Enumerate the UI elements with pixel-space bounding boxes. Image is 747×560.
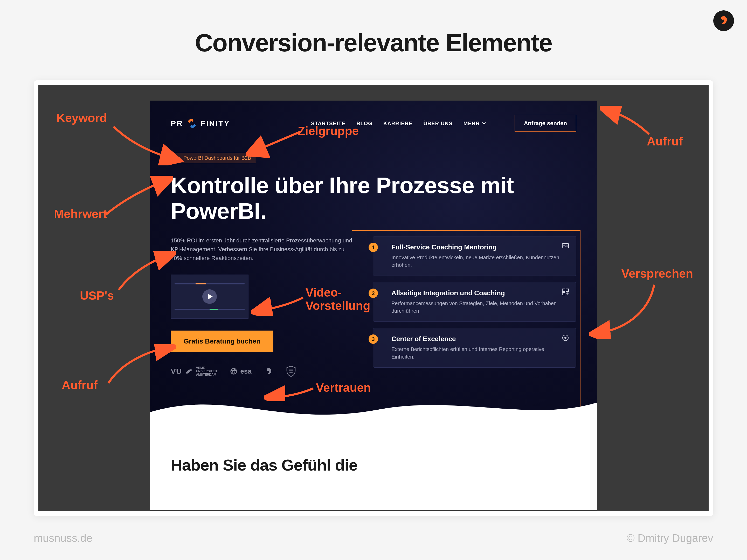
hero-headline: Kontrolle über Ihre Prozesse mit PowerBI… [171, 173, 534, 224]
nav-blog[interactable]: BLOG [356, 121, 372, 127]
feature-title: Allseitige Integration und Coaching [391, 289, 568, 297]
feature-body: Externe Berichtspflichten erfüllen und I… [391, 346, 568, 361]
below-heading: Haben Sie das Gefühl die [171, 456, 576, 474]
arrow-icon [600, 106, 651, 137]
trust-logos: VU VRIJE UNIVERSITEIT AMSTERDAM esa [171, 366, 352, 377]
hero-description: 150% ROI im ersten Jahr durch zentralisi… [171, 236, 352, 263]
feature-card-2[interactable]: 2 Allseitige Integration und Coaching Pe… [373, 282, 576, 322]
nav-start[interactable]: STARTSEITE [311, 121, 345, 127]
feature-body: Innovative Produkte entwickeln, neue Mär… [391, 254, 568, 269]
nav-more-label: MEHR [464, 121, 480, 127]
svg-point-0 [231, 368, 236, 374]
nav-career[interactable]: KARRIERE [383, 121, 412, 127]
feature-body: Performancemessungen von Strategien, Zie… [391, 300, 568, 315]
nav-about[interactable]: ÜBER UNS [423, 121, 452, 127]
brand-badge-icon [713, 10, 734, 31]
logo-nut [264, 367, 274, 376]
wave-divider [150, 381, 597, 432]
play-icon [208, 294, 213, 299]
logo-shield [286, 366, 296, 377]
hero-section: PR FINITY STARTSEITE BLOG KARRIERE ÜBER … [150, 101, 597, 432]
anno-mehrwert: Mehrwert [54, 207, 107, 221]
chart-icon [176, 156, 181, 161]
cta-main-button[interactable]: Gratis Beratung buchen [171, 330, 274, 352]
svg-rect-4 [562, 292, 565, 295]
footer-right: © Dmitry Dugarev [627, 532, 713, 544]
svg-rect-3 [566, 289, 569, 291]
anno-versprechen: Versprechen [621, 267, 693, 281]
screenshot-card: PR FINITY STARTSEITE BLOG KARRIERE ÜBER … [34, 80, 713, 516]
logo-vu-sub: VRIJE UNIVERSITEIT AMSTERDAM [196, 366, 217, 377]
slide-title: Conversion-relevante Elemente [0, 28, 747, 57]
anno-keyword: Keyword [56, 111, 107, 125]
feature-card-3[interactable]: 3 Center of Excelence Externe Berichtspf… [373, 328, 576, 368]
site-nav: PR FINITY STARTSEITE BLOG KARRIERE ÜBER … [171, 115, 576, 132]
arrow-icon [589, 282, 657, 339]
below-section: Haben Sie das Gefühl die [150, 432, 597, 510]
chevron-down-icon [482, 121, 486, 126]
svg-point-6 [564, 337, 566, 339]
logo-vu: VU VRIJE UNIVERSITEIT AMSTERDAM [171, 366, 217, 377]
video-thumbnail[interactable] [171, 274, 249, 319]
layout-icon [562, 288, 569, 296]
feature-list: 1 Full-Service Coaching Mentoring Innova… [373, 236, 576, 377]
feature-card-1[interactable]: 1 Full-Service Coaching Mentoring Innova… [373, 236, 576, 276]
footer-left: musnuss.de [34, 532, 92, 544]
svg-rect-2 [562, 289, 565, 291]
keyword-badge: PowerBI Dashboards für B2B [171, 153, 256, 163]
logo-vu-text: VU [171, 367, 182, 376]
anno-aufruf: Aufruf [62, 378, 98, 392]
feature-title: Center of Excelence [391, 335, 568, 343]
mock-frame: PR FINITY STARTSEITE BLOG KARRIERE ÜBER … [38, 85, 709, 511]
feature-title: Full-Service Coaching Mentoring [391, 243, 568, 251]
griffin-icon [185, 367, 194, 376]
brand-mark-icon [186, 118, 198, 129]
cta-nav-button[interactable]: Anfrage senden [515, 115, 576, 132]
anno-usps: USP's [80, 289, 114, 302]
shield-icon [286, 366, 296, 377]
feature-number: 2 [368, 289, 378, 298]
keyword-badge-text: PowerBI Dashboards für B2B [183, 155, 251, 161]
anno-aufruf-top: Aufruf [647, 134, 683, 148]
target-icon [562, 334, 569, 342]
brand-logo[interactable]: PR FINITY [171, 118, 230, 129]
logo-esa: esa [230, 367, 251, 375]
brand-text-post: FINITY [201, 119, 230, 128]
logo-esa-text: esa [240, 367, 251, 375]
play-button[interactable] [202, 289, 217, 304]
feature-number: 3 [368, 335, 378, 344]
feature-number: 1 [368, 243, 378, 252]
image-icon [562, 242, 569, 250]
nut-icon [264, 367, 274, 376]
brand-text-pre: PR [171, 119, 183, 128]
globe-icon [230, 367, 238, 375]
nav-more[interactable]: MEHR [464, 121, 486, 127]
